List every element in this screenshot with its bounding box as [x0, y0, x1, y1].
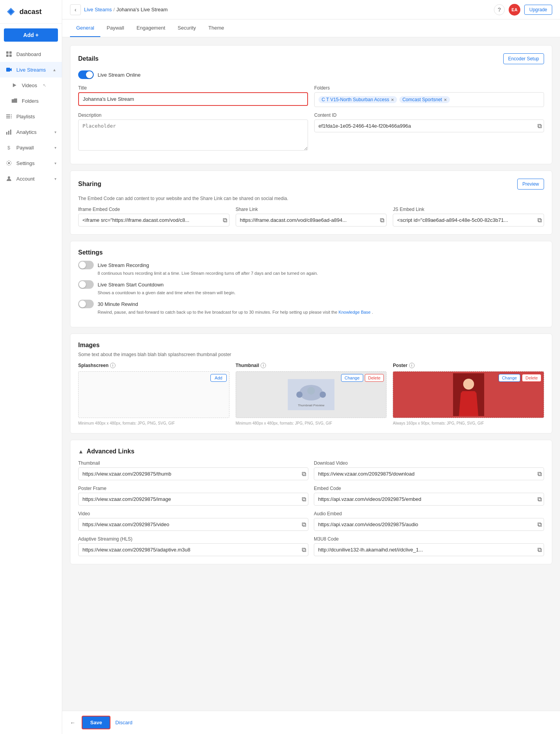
dashboard-icon — [5, 51, 12, 58]
title-input[interactable] — [78, 92, 308, 106]
poster-frame-input[interactable] — [78, 493, 308, 506]
embed-code-input[interactable] — [314, 493, 544, 506]
content-id-copy-button[interactable]: ⧉ — [537, 123, 542, 130]
audio-embed-input[interactable] — [314, 518, 544, 531]
folder-tag-close-0[interactable]: ✕ — [391, 98, 394, 102]
folder-tag-0[interactable]: C T V15-North Suburban Access ✕ — [318, 96, 397, 103]
images-grid: Splashscreen i Add Minimum 480px x 480px… — [78, 363, 544, 425]
js-copy-button[interactable]: ⧉ — [537, 217, 542, 224]
analytics-chevron: ▾ — [54, 130, 56, 134]
description-group: Description — [78, 112, 308, 151]
rewind-toggle-item: 30 Minute Rewind Rewind, pause, and fast… — [78, 300, 544, 314]
thumbnail-link-copy[interactable]: ⧉ — [302, 471, 306, 478]
tab-engagement[interactable]: Engagement — [130, 19, 172, 37]
sidebar-item-playlists[interactable]: Playlists — [0, 109, 62, 124]
sidebar-item-paywall[interactable]: $ Paywall ▾ — [0, 140, 62, 155]
m3u8-group: M3U8 Code ⧉ — [314, 536, 544, 556]
sharing-grid: Iframe Embed Code ⧉ Share Link ⧉ JS Embe… — [78, 207, 544, 227]
thumbnail-info-icon[interactable]: i — [261, 363, 266, 368]
svg-rect-6 — [6, 68, 10, 72]
upgrade-button[interactable]: Upgrade — [524, 5, 552, 15]
description-textarea[interactable] — [78, 119, 308, 151]
svg-point-27 — [463, 379, 474, 390]
embed-code-label: Embed Code — [314, 486, 544, 491]
preview-button[interactable]: Preview — [517, 179, 544, 190]
js-input[interactable] — [393, 214, 544, 227]
embed-code-copy[interactable]: ⧉ — [537, 496, 542, 503]
folder-tag-1[interactable]: Comcast Sportsnet ✕ — [399, 96, 450, 103]
splashscreen-info-icon[interactable]: i — [110, 363, 116, 368]
svg-rect-12 — [11, 116, 12, 117]
sidebar-item-dashboard[interactable]: Dashboard — [0, 46, 62, 62]
thumbnail-delete-button[interactable]: Delete — [365, 374, 384, 382]
recording-toggle[interactable] — [78, 261, 94, 269]
share-input[interactable] — [236, 214, 387, 227]
hls-input[interactable] — [78, 543, 308, 556]
folder-tag-close-1[interactable]: ✕ — [444, 98, 447, 102]
folders-tags-input[interactable]: C T V15-North Suburban Access ✕ Comcast … — [314, 92, 544, 107]
countdown-desc: Shows a countdown to a given date and ti… — [98, 290, 544, 295]
save-button[interactable]: Save — [82, 716, 110, 729]
rewind-toggle[interactable] — [78, 300, 94, 308]
thumbnail-change-button[interactable]: Change — [341, 374, 363, 382]
hls-group: Adaptive Streaming (HLS) ⧉ — [78, 536, 308, 556]
encoder-setup-button[interactable]: Encoder Setup — [503, 53, 544, 64]
video-link-label: Video — [78, 511, 308, 516]
countdown-toggle[interactable] — [78, 280, 94, 289]
sidebar-item-analytics[interactable]: Analytics ▾ — [0, 124, 62, 140]
account-chevron: ▾ — [54, 177, 56, 181]
poster-delete-button[interactable]: Delete — [522, 374, 541, 382]
poster-action-buttons: Change Delete — [499, 374, 541, 382]
iframe-embed-item: Iframe Embed Code ⧉ — [78, 207, 229, 227]
sidebar-label-settings: Settings — [16, 160, 35, 166]
iframe-input[interactable] — [78, 214, 229, 227]
rewind-desc-text: Rewind, pause, and fast-forward to catch… — [98, 310, 337, 314]
embed-code-group: Embed Code ⧉ — [314, 486, 544, 506]
splashscreen-box: Add — [78, 371, 229, 418]
discard-button[interactable]: Discard — [115, 720, 132, 725]
hls-copy[interactable]: ⧉ — [302, 546, 306, 553]
live-stream-online-toggle[interactable] — [78, 70, 94, 79]
sidebar-item-account[interactable]: Account ▾ — [0, 171, 62, 186]
knowledge-base-link[interactable]: Knowledge Base — [338, 310, 371, 314]
tab-security[interactable]: Security — [172, 19, 202, 37]
poster-image — [453, 373, 484, 416]
advanced-links-header[interactable]: ▲ Advanced Links — [78, 448, 544, 455]
svg-rect-28 — [462, 391, 476, 399]
folders-group: Folders C T V15-North Suburban Access ✕ … — [314, 85, 544, 107]
thumbnail-link-input[interactable] — [78, 467, 308, 480]
svg-rect-10 — [6, 118, 10, 118]
sidebar-label-paywall: Paywall — [16, 145, 34, 151]
download-link-input[interactable] — [314, 467, 544, 480]
thumbnail-label: Thumbnail i — [236, 363, 387, 368]
poster-frame-copy[interactable]: ⧉ — [302, 496, 306, 503]
poster-change-button[interactable]: Change — [499, 374, 521, 382]
share-copy-button[interactable]: ⧉ — [380, 217, 384, 224]
help-button[interactable]: ? — [494, 4, 505, 15]
avatar[interactable]: EA — [509, 4, 520, 16]
thumbnail-box: Change Delete Thumbnail Preview — [236, 371, 387, 418]
splashscreen-add-button[interactable]: Add — [210, 374, 227, 382]
tab-paywall[interactable]: Paywall — [100, 19, 130, 37]
m3u8-input[interactable] — [314, 543, 544, 556]
poster-info-icon[interactable]: i — [409, 363, 415, 368]
sidebar-item-videos[interactable]: Videos ↖ — [0, 77, 62, 93]
video-link-copy[interactable]: ⧉ — [302, 521, 306, 528]
add-button[interactable]: Add + — [4, 28, 58, 42]
download-link-copy[interactable]: ⧉ — [537, 471, 542, 478]
video-link-input[interactable] — [78, 518, 308, 531]
poster-label: Poster i — [393, 363, 544, 368]
breadcrumb-live-streams[interactable]: Live Steams — [84, 7, 112, 12]
tab-theme[interactable]: Theme — [202, 19, 230, 37]
m3u8-copy[interactable]: ⧉ — [537, 546, 542, 553]
content-id-input[interactable] — [314, 119, 544, 132]
tab-general[interactable]: General — [70, 19, 100, 37]
iframe-copy-button[interactable]: ⧉ — [223, 217, 227, 224]
sidebar-item-folders[interactable]: Folders — [0, 93, 62, 109]
collapse-icon: ▲ — [78, 448, 84, 455]
audio-embed-copy[interactable]: ⧉ — [537, 521, 542, 528]
sidebar-item-live-streams[interactable]: Live Streams ▲ — [0, 62, 62, 77]
back-button[interactable]: ‹ — [70, 4, 81, 15]
download-label: Download Video — [314, 460, 544, 466]
sidebar-item-settings[interactable]: Settings ▾ — [0, 155, 62, 171]
